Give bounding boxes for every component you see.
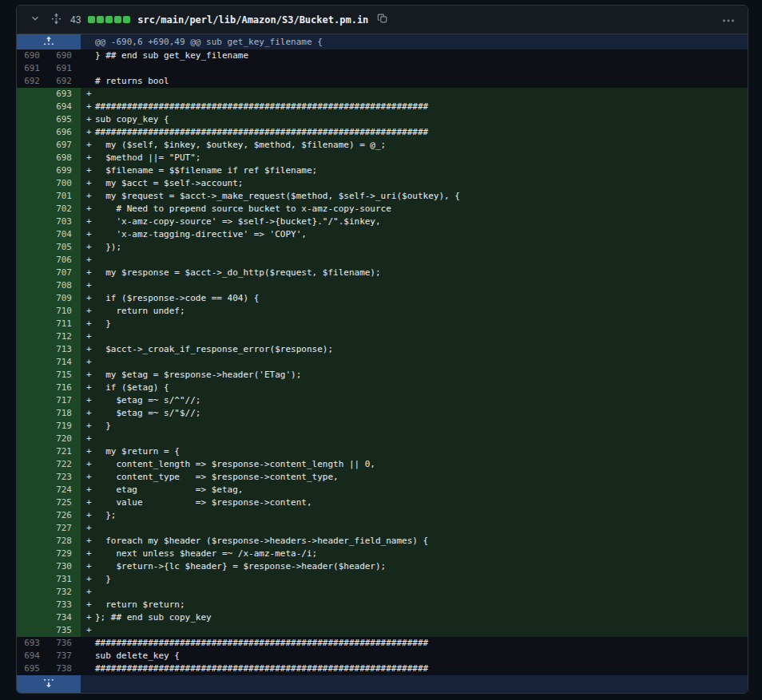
- new-line-number[interactable]: 701: [49, 190, 81, 203]
- old-line-number[interactable]: [17, 305, 49, 318]
- old-line-number[interactable]: [17, 471, 49, 484]
- new-line-number[interactable]: 738: [49, 662, 81, 675]
- new-line-number[interactable]: 732: [49, 586, 81, 599]
- new-line-number[interactable]: 727: [49, 522, 81, 535]
- new-line-number[interactable]: 733: [49, 599, 81, 611]
- old-line-number[interactable]: [17, 356, 49, 369]
- new-line-number[interactable]: 730: [49, 560, 81, 573]
- old-line-number[interactable]: [17, 241, 49, 254]
- old-line-number[interactable]: [17, 279, 49, 292]
- new-line-number[interactable]: 696: [49, 126, 81, 139]
- old-line-number[interactable]: [17, 586, 49, 599]
- old-line-number[interactable]: [17, 228, 49, 241]
- old-line-number[interactable]: [17, 407, 49, 420]
- new-line-number[interactable]: 729: [49, 548, 81, 560]
- old-line-number[interactable]: 692: [17, 75, 49, 88]
- new-line-number[interactable]: 736: [49, 637, 81, 650]
- old-line-number[interactable]: [17, 216, 49, 228]
- old-line-number[interactable]: [17, 126, 49, 139]
- new-line-number[interactable]: 705: [49, 241, 81, 254]
- new-line-number[interactable]: 713: [49, 343, 81, 356]
- new-line-number[interactable]: 711: [49, 318, 81, 330]
- file-options-button[interactable]: [720, 12, 736, 27]
- old-line-number[interactable]: 694: [17, 650, 49, 662]
- new-line-number[interactable]: 714: [49, 356, 81, 369]
- new-line-number[interactable]: 708: [49, 279, 81, 292]
- new-line-number[interactable]: 716: [49, 382, 81, 394]
- copy-path-button[interactable]: [375, 11, 390, 28]
- old-line-number[interactable]: [17, 113, 49, 126]
- new-line-number[interactable]: 724: [49, 484, 81, 496]
- new-line-number[interactable]: 698: [49, 152, 81, 164]
- old-line-number[interactable]: [17, 88, 49, 101]
- old-line-number[interactable]: [17, 535, 49, 548]
- old-line-number[interactable]: [17, 560, 49, 573]
- old-line-number[interactable]: 695: [17, 662, 49, 675]
- new-line-number[interactable]: 690: [49, 49, 81, 62]
- expand-up-button[interactable]: [17, 34, 81, 49]
- new-line-number[interactable]: 735: [49, 624, 81, 637]
- old-line-number[interactable]: [17, 496, 49, 509]
- old-line-number[interactable]: [17, 177, 49, 190]
- old-line-number[interactable]: [17, 433, 49, 445]
- old-line-number[interactable]: [17, 318, 49, 330]
- old-line-number[interactable]: [17, 292, 49, 305]
- new-line-number[interactable]: 722: [49, 458, 81, 471]
- new-line-number[interactable]: 723: [49, 471, 81, 484]
- new-line-number[interactable]: 725: [49, 496, 81, 509]
- new-line-number[interactable]: 728: [49, 535, 81, 548]
- old-line-number[interactable]: [17, 509, 49, 522]
- new-line-number[interactable]: 715: [49, 369, 81, 382]
- new-line-number[interactable]: 700: [49, 177, 81, 190]
- old-line-number[interactable]: [17, 139, 49, 152]
- old-line-number[interactable]: [17, 420, 49, 433]
- old-line-number[interactable]: [17, 611, 49, 624]
- new-line-number[interactable]: 726: [49, 509, 81, 522]
- new-line-number[interactable]: 710: [49, 305, 81, 318]
- old-line-number[interactable]: 693: [17, 637, 49, 650]
- new-line-number[interactable]: 691: [49, 62, 81, 75]
- old-line-number[interactable]: [17, 164, 49, 177]
- new-line-number[interactable]: 697: [49, 139, 81, 152]
- new-line-number[interactable]: 709: [49, 292, 81, 305]
- old-line-number[interactable]: [17, 190, 49, 203]
- old-line-number[interactable]: [17, 203, 49, 216]
- old-line-number[interactable]: [17, 369, 49, 382]
- new-line-number[interactable]: 717: [49, 394, 81, 407]
- file-path-link[interactable]: src/main/perl/lib/Amazon/S3/Bucket.pm.in: [137, 14, 368, 26]
- old-line-number[interactable]: [17, 624, 49, 637]
- old-line-number[interactable]: 691: [17, 62, 49, 75]
- new-line-number[interactable]: 695: [49, 113, 81, 126]
- new-line-number[interactable]: 704: [49, 228, 81, 241]
- new-line-number[interactable]: 703: [49, 216, 81, 228]
- old-line-number[interactable]: [17, 152, 49, 164]
- old-line-number[interactable]: 690: [17, 49, 49, 62]
- new-line-number[interactable]: 719: [49, 420, 81, 433]
- old-line-number[interactable]: [17, 522, 49, 535]
- new-line-number[interactable]: 734: [49, 611, 81, 624]
- old-line-number[interactable]: [17, 343, 49, 356]
- old-line-number[interactable]: [17, 267, 49, 279]
- collapse-file-button[interactable]: [28, 11, 42, 28]
- new-line-number[interactable]: 721: [49, 445, 81, 458]
- old-line-number[interactable]: [17, 548, 49, 560]
- new-line-number[interactable]: 720: [49, 433, 81, 445]
- new-line-number[interactable]: 718: [49, 407, 81, 420]
- old-line-number[interactable]: [17, 484, 49, 496]
- new-line-number[interactable]: 692: [49, 75, 81, 88]
- old-line-number[interactable]: [17, 445, 49, 458]
- old-line-number[interactable]: [17, 458, 49, 471]
- old-line-number[interactable]: [17, 254, 49, 267]
- new-line-number[interactable]: 694: [49, 101, 81, 113]
- expand-down-button[interactable]: [17, 675, 81, 693]
- old-line-number[interactable]: [17, 382, 49, 394]
- old-line-number[interactable]: [17, 394, 49, 407]
- old-line-number[interactable]: [17, 330, 49, 343]
- new-line-number[interactable]: 702: [49, 203, 81, 216]
- old-line-number[interactable]: [17, 573, 49, 586]
- old-line-number[interactable]: [17, 599, 49, 611]
- expand-all-button[interactable]: [50, 11, 63, 29]
- old-line-number[interactable]: [17, 101, 49, 113]
- new-line-number[interactable]: 707: [49, 267, 81, 279]
- new-line-number[interactable]: 712: [49, 330, 81, 343]
